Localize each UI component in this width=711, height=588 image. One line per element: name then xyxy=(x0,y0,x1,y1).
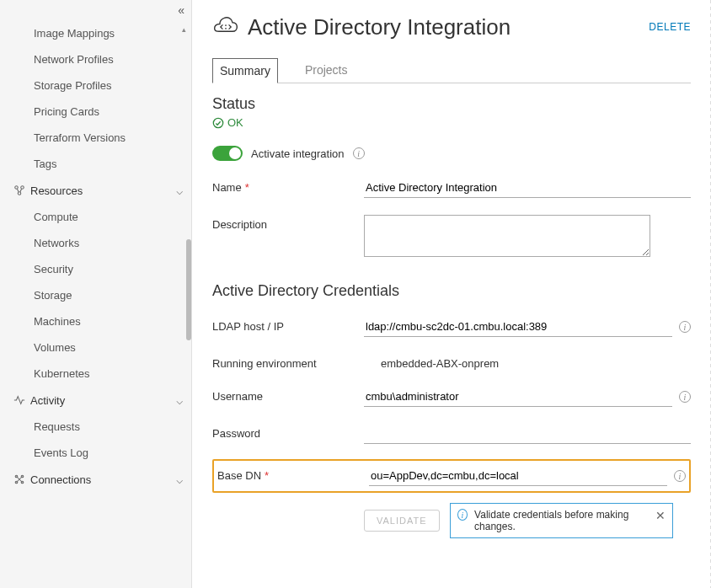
required-marker: * xyxy=(265,469,269,482)
toggle-knob xyxy=(229,147,241,159)
sidebar-item-kubernetes[interactable]: Kubernetes xyxy=(0,361,191,387)
sidebar-section-resources[interactable]: Resources ⌵ xyxy=(0,177,191,204)
sidebar-item-label: Events Log xyxy=(34,446,88,459)
sidebar-item-label: Pricing Cards xyxy=(34,105,99,118)
chevron-down-icon: ⌵ xyxy=(176,393,183,407)
close-icon[interactable]: ✕ xyxy=(655,509,666,522)
credentials-heading: Active Directory Credentials xyxy=(212,282,691,300)
sidebar-section-label: Activity xyxy=(30,394,65,407)
chevron-down-icon: ⌵ xyxy=(176,473,183,486)
validate-button[interactable]: VALIDATE xyxy=(364,510,440,532)
runenv-label: Running environment xyxy=(212,357,317,370)
sidebar-item-label: Requests xyxy=(34,420,80,433)
status-heading: Status xyxy=(212,95,691,113)
sidebar-item-networks[interactable]: Networks xyxy=(0,230,191,256)
sidebar-item-label: Network Profiles xyxy=(34,53,114,66)
name-input[interactable] xyxy=(364,178,691,198)
base-dn-highlight: Base DN* i xyxy=(212,459,691,493)
sidebar: « ▴ Image Mappings Network Profiles Stor… xyxy=(0,0,192,588)
svg-point-1 xyxy=(21,186,24,190)
tabs: Summary Projects xyxy=(212,57,691,83)
connections-icon xyxy=(13,473,25,485)
sidebar-item-label: Storage Profiles xyxy=(34,79,112,92)
sidebar-item-tags[interactable]: Tags xyxy=(0,151,191,177)
sidebar-item-security[interactable]: Security xyxy=(0,256,191,282)
description-textarea[interactable] xyxy=(364,215,650,257)
sidebar-section-connections[interactable]: Connections ⌵ xyxy=(0,466,191,493)
validate-notice: i Validate credentials before making cha… xyxy=(450,503,673,538)
username-label: Username xyxy=(212,390,263,403)
tab-projects[interactable]: Projects xyxy=(298,58,355,83)
notice-text: Validate credentials before making chang… xyxy=(474,509,648,532)
name-label: Name xyxy=(212,181,242,194)
sidebar-item-label: Terraform Versions xyxy=(34,131,126,144)
sidebar-section-activity[interactable]: Activity ⌵ xyxy=(0,387,191,414)
activate-integration-toggle[interactable] xyxy=(212,146,243,161)
description-label: Description xyxy=(212,218,267,231)
sidebar-item-events-log[interactable]: Events Log xyxy=(0,440,191,466)
sidebar-item-label: Tags xyxy=(34,158,56,170)
sidebar-item-volumes[interactable]: Volumes xyxy=(0,334,191,361)
sidebar-section-label: Connections xyxy=(30,473,91,486)
page-title: Active Directory Integration xyxy=(248,14,511,40)
info-icon[interactable]: i xyxy=(679,321,691,333)
sidebar-collapse-bar: « xyxy=(0,0,191,20)
sidebar-item-label: Volumes xyxy=(34,341,76,354)
sidebar-item-terraform-versions[interactable]: Terraform Versions xyxy=(0,125,191,151)
info-icon: i xyxy=(457,509,468,521)
sidebar-item-pricing-cards[interactable]: Pricing Cards xyxy=(0,99,191,125)
sidebar-item-label: Machines xyxy=(34,315,81,328)
sidebar-item-storage-profiles[interactable]: Storage Profiles xyxy=(0,72,191,99)
collapse-icon[interactable]: « xyxy=(178,3,184,17)
sidebar-item-storage[interactable]: Storage xyxy=(0,282,191,308)
resources-icon xyxy=(13,184,25,196)
info-icon[interactable]: i xyxy=(679,391,691,403)
sidebar-item-label: Security xyxy=(34,263,73,275)
sidebar-item-label: Networks xyxy=(34,237,79,249)
status-text: OK xyxy=(227,116,243,129)
sidebar-item-label: Image Mappings xyxy=(34,27,115,40)
svg-point-7 xyxy=(213,118,222,127)
cloud-integration-icon xyxy=(212,13,239,40)
sidebar-item-machines[interactable]: Machines xyxy=(0,308,191,334)
activity-icon xyxy=(13,394,25,406)
ok-check-icon xyxy=(212,117,224,129)
info-icon[interactable]: i xyxy=(674,470,686,482)
password-label: Password xyxy=(212,427,260,440)
sidebar-item-label: Compute xyxy=(34,211,78,223)
basedn-label: Base DN xyxy=(217,469,261,482)
runenv-value: embedded-ABX-onprem xyxy=(364,354,499,370)
delete-button[interactable]: DELETE xyxy=(649,21,691,33)
sidebar-scroll: Image Mappings Network Profiles Storage … xyxy=(0,20,191,588)
sidebar-item-label: Kubernetes xyxy=(34,367,90,380)
svg-point-0 xyxy=(15,186,19,190)
toggle-label: Activate integration xyxy=(251,147,345,160)
sidebar-item-label: Storage xyxy=(34,289,72,302)
sidebar-section-label: Resources xyxy=(30,184,83,197)
password-input[interactable] xyxy=(364,424,691,444)
ldap-host-input[interactable] xyxy=(364,317,672,337)
svg-point-2 xyxy=(18,192,21,195)
main-content: Active Directory Integration DELETE Summ… xyxy=(192,0,711,588)
sidebar-item-compute[interactable]: Compute xyxy=(0,204,191,230)
scrollbar-thumb[interactable] xyxy=(186,239,191,340)
sidebar-item-network-profiles[interactable]: Network Profiles xyxy=(0,46,191,72)
tab-summary[interactable]: Summary xyxy=(212,58,278,83)
ldap-label: LDAP host / IP xyxy=(212,320,284,333)
sidebar-item-image-mappings[interactable]: Image Mappings xyxy=(0,20,191,46)
chevron-down-icon: ⌵ xyxy=(176,184,183,197)
username-input[interactable] xyxy=(364,387,672,407)
sidebar-item-requests[interactable]: Requests xyxy=(0,414,191,440)
basedn-input[interactable] xyxy=(369,466,667,486)
info-icon[interactable]: i xyxy=(353,147,365,159)
required-marker: * xyxy=(245,181,249,194)
